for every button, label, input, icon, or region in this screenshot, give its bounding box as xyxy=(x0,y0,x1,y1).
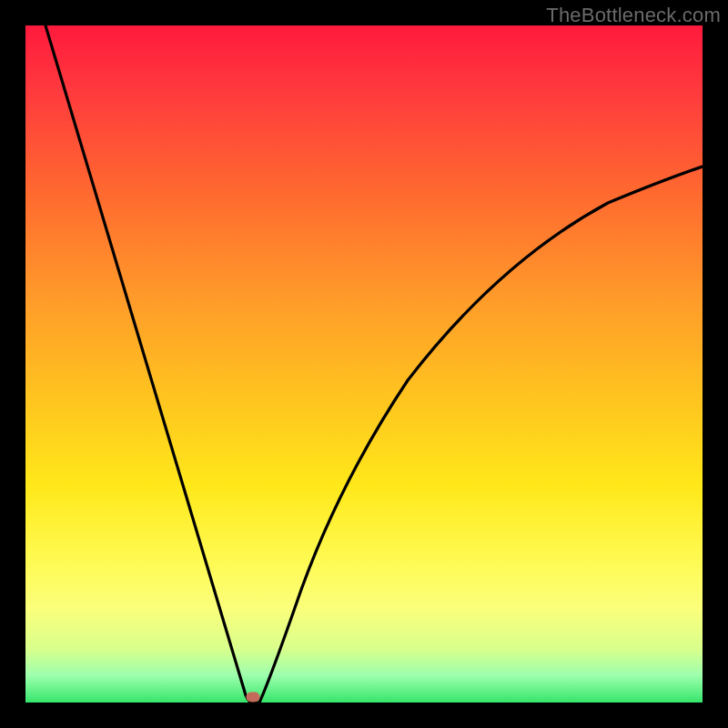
plot-area xyxy=(25,25,703,703)
optimal-point-marker xyxy=(247,693,260,703)
watermark-text: TheBottleneck.com xyxy=(546,4,721,27)
chart-frame: TheBottleneck.com xyxy=(0,0,728,728)
